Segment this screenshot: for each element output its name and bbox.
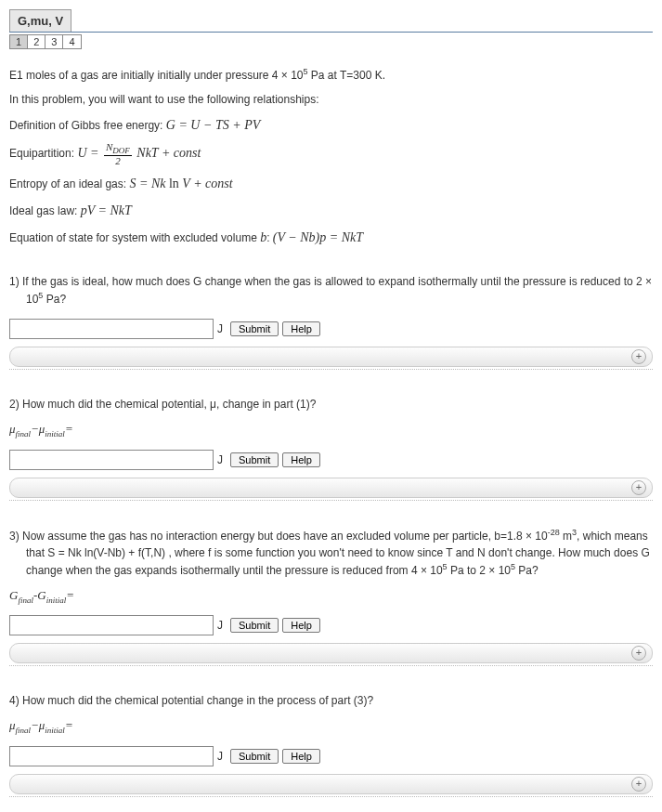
intro-line-1: E1 moles of a gas are initially initiall… [9,66,653,84]
expand-icon[interactable]: + [631,349,646,364]
title-tab-row: G,mu, V [9,9,653,33]
q1-answer-row: J Submit Help [9,319,653,339]
q3-b: m [560,530,572,543]
q4-answer-label: μfinal−μinitial= [9,718,653,735]
q3-a: 3) Now assume the gas has no interaction… [9,530,548,543]
eos-label: Equation of state for system with exclud… [9,231,260,244]
q2-unit: J [217,453,223,466]
q1-submit-button[interactable]: Submit [230,321,279,336]
q3-e: Pa? [515,564,539,577]
equipartition-formula: U = NDOF 2 NkT + const [77,146,201,160]
q2-answer-row: J Submit Help [9,450,653,470]
q1-unit: J [217,322,223,335]
q1-text: 1) If the gas is ideal, how much does G … [9,273,653,308]
expand-icon[interactable]: + [631,777,646,792]
question-2: 2) How much did the chemical potential, … [9,396,653,501]
expand-icon[interactable]: + [631,480,646,495]
intro-line-1b: Pa at T=300 K. [308,69,386,82]
q3-feedback-bar: + [9,643,653,663]
equipartition: Equipartition: U = NDOF 2 NkT + const [9,142,653,166]
q4-text: 4) How much did the chemical potential c… [9,692,653,709]
ideal-formula: pV = NkT [81,203,132,217]
q3-answer-input[interactable] [9,615,214,635]
q2-answer-input[interactable] [9,450,214,470]
ideal-label: Ideal gas law: [9,204,81,217]
q2-feedback-bar: + [9,478,653,498]
q2-text: 2) How much did the chemical potential, … [9,396,653,413]
page-number-tabs: 1234 [9,34,653,49]
intro-block: E1 moles of a gas are initially initiall… [9,66,653,247]
q2-help-button[interactable]: Help [282,452,320,467]
page-title: G,mu, V [9,9,71,32]
divider [9,665,653,666]
def-gibbs-formula: G = U − TS + PV [166,118,261,132]
eq-num-sub: DOF [112,146,130,155]
tab-2[interactable]: 2 [27,34,45,49]
entropy-label: Entropy of an ideal gas: [9,177,129,190]
q3-text: 3) Now assume the gas has no interaction… [9,527,653,579]
equipartition-label: Equipartition: [9,147,77,160]
q4-submit-button[interactable]: Submit [230,749,279,764]
ideal-gas: Ideal gas law: pV = NkT [9,201,653,220]
q1-help-button[interactable]: Help [282,321,320,336]
eos: Equation of state for system with exclud… [9,228,653,247]
entropy: Entropy of an ideal gas: S = Nk ln V + c… [9,174,653,193]
tab-1[interactable]: 1 [9,34,28,49]
q3-d: Pa to 2 × 10 [448,564,511,577]
q2-answer-label: μfinal−μinitial= [9,422,653,439]
divider [9,369,653,370]
q4-answer-row: J Submit Help [9,746,653,766]
intro-line-2: In this problem, you will want to use th… [9,91,653,108]
q3-answer-label: Gfinal-Ginitial= [9,588,653,605]
q4-answer-input[interactable] [9,746,214,766]
question-1: 1) If the gas is ideal, how much does G … [9,273,653,370]
q3-submit-button[interactable]: Submit [230,618,279,633]
tab-3[interactable]: 3 [45,34,63,49]
question-3: 3) Now assume the gas has no interaction… [9,527,653,667]
q3-e1: -28 [548,528,560,537]
eos-b: b [260,230,266,244]
expand-icon[interactable]: + [631,646,646,661]
q4-unit: J [217,750,223,763]
eq-den: 2 [104,156,132,166]
eos-formula: (V − Nb)p = NkT [273,230,363,244]
q1-text-b: Pa? [43,293,66,306]
q3-help-button[interactable]: Help [282,618,320,633]
entropy-formula: S = Nk ln V + const [129,177,232,190]
q4-help-button[interactable]: Help [282,749,320,764]
q1-text-a: 1) If the gas is ideal, how much does G … [9,275,652,306]
tab-4[interactable]: 4 [62,34,81,49]
q1-answer-input[interactable] [9,319,214,339]
q2-submit-button[interactable]: Submit [230,452,279,467]
q3-answer-row: J Submit Help [9,615,653,635]
q3-unit: J [217,619,223,632]
intro-line-1a: E1 moles of a gas are initially initiall… [9,69,304,82]
q4-feedback-bar: + [9,774,653,794]
question-4: 4) How much did the chemical potential c… [9,692,653,797]
divider [9,500,653,501]
q1-feedback-bar: + [9,347,653,367]
def-gibbs: Definition of Gibbs free energy: G = U −… [9,115,653,135]
divider [9,796,653,797]
def-gibbs-label: Definition of Gibbs free energy: [9,119,166,132]
